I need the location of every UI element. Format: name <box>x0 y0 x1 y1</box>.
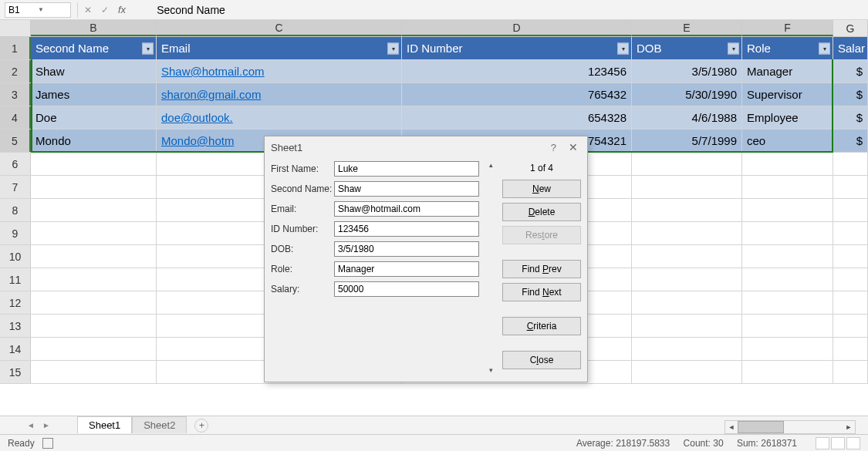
help-icon[interactable]: ? <box>551 142 556 153</box>
cell[interactable]: $ <box>833 130 868 152</box>
header-role[interactable]: Role▾ <box>742 37 833 59</box>
cell[interactable] <box>742 176 833 198</box>
row-header[interactable]: 11 <box>0 268 31 291</box>
close-icon[interactable]: ✕ <box>566 141 581 153</box>
filter-icon[interactable]: ▾ <box>819 42 830 54</box>
header-id-number[interactable]: ID Number▾ <box>402 37 632 59</box>
cell[interactable]: 5/7/1999 <box>632 130 742 152</box>
cell[interactable]: $ <box>833 83 868 106</box>
header-dob[interactable]: DOB▾ <box>632 37 742 59</box>
cell[interactable] <box>31 268 157 291</box>
close-button[interactable]: Close <box>502 351 581 369</box>
scroll-track[interactable] <box>738 421 843 433</box>
select-all-corner[interactable] <box>0 20 31 36</box>
cell[interactable] <box>833 268 868 291</box>
header-second-name[interactable]: Second Name▾ <box>31 37 157 59</box>
cell[interactable]: 4/6/1988 <box>632 106 742 129</box>
cell[interactable]: James <box>31 83 157 106</box>
add-sheet-button[interactable]: + <box>194 419 208 432</box>
header-salary[interactable]: Salar <box>833 37 868 59</box>
row-header[interactable]: 8 <box>0 199 31 221</box>
new-button[interactable]: New <box>502 180 581 198</box>
chevron-down-icon[interactable]: ▼ <box>38 6 67 13</box>
cell-email[interactable]: sharon@gmail.com <box>157 83 402 106</box>
cell[interactable]: Mondo <box>31 130 157 152</box>
cell[interactable]: Employee <box>742 106 833 129</box>
cell[interactable] <box>632 176 742 198</box>
col-header-b[interactable]: B <box>31 20 157 36</box>
cell[interactable]: Manager <box>742 60 833 82</box>
cell[interactable] <box>632 315 742 337</box>
cancel-icon[interactable]: ✕ <box>84 5 92 15</box>
horizontal-scrollbar[interactable]: ◄ ► <box>724 420 856 434</box>
cell[interactable] <box>632 268 742 291</box>
find-prev-button[interactable]: Find Prev <box>502 260 581 278</box>
cell[interactable] <box>742 245 833 268</box>
cell[interactable] <box>632 361 742 383</box>
cell[interactable]: Doe <box>31 106 157 129</box>
cell[interactable] <box>833 361 868 383</box>
cell[interactable] <box>742 199 833 221</box>
scroll-up-icon[interactable]: ▴ <box>489 161 493 169</box>
cell-email[interactable]: doe@outlook. <box>157 106 402 129</box>
find-next-button[interactable]: Find Next <box>502 283 581 301</box>
col-header-d[interactable]: D <box>402 20 632 36</box>
scroll-left-icon[interactable]: ◄ <box>725 423 738 431</box>
cell[interactable] <box>742 361 833 383</box>
cell[interactable] <box>632 291 742 314</box>
cell[interactable] <box>31 245 157 268</box>
dialog-scrollbar[interactable]: ▴ ▾ <box>484 161 498 374</box>
col-header-f[interactable]: F <box>742 20 833 36</box>
dialog-titlebar[interactable]: Sheet1 ? ✕ <box>265 136 587 158</box>
macro-record-icon[interactable] <box>42 438 53 449</box>
cell[interactable] <box>833 176 868 198</box>
fx-icon[interactable]: fx <box>118 4 126 15</box>
delete-button[interactable]: Delete <box>502 203 581 221</box>
cell[interactable] <box>632 153 742 175</box>
row-header[interactable]: 15 <box>0 361 31 383</box>
cell[interactable]: 765432 <box>402 83 632 106</box>
scroll-right-icon[interactable]: ► <box>843 423 855 431</box>
cell[interactable] <box>632 222 742 244</box>
row-header[interactable]: 9 <box>0 222 31 244</box>
email-input[interactable] <box>334 201 479 217</box>
cell[interactable] <box>31 315 157 337</box>
cell[interactable] <box>833 338 868 360</box>
scroll-thumb[interactable] <box>738 421 784 433</box>
filter-icon[interactable]: ▾ <box>142 42 154 54</box>
cell[interactable] <box>632 245 742 268</box>
row-header[interactable]: 13 <box>0 315 31 337</box>
row-header[interactable]: 3 <box>0 83 31 106</box>
cell[interactable] <box>31 291 157 314</box>
col-header-e[interactable]: E <box>632 20 742 36</box>
cell[interactable] <box>833 291 868 314</box>
row-header[interactable]: 10 <box>0 245 31 268</box>
cell[interactable] <box>833 222 868 244</box>
cell[interactable]: Supervisor <box>742 83 833 106</box>
cell[interactable] <box>833 245 868 268</box>
cell[interactable]: 123456 <box>402 60 632 82</box>
tab-sheet2[interactable]: Sheet2 <box>132 416 187 433</box>
cell[interactable]: $ <box>833 106 868 129</box>
row-header-1[interactable]: 1 <box>0 37 31 59</box>
cell[interactable]: 654328 <box>402 106 632 129</box>
name-box[interactable]: B1 ▼ <box>5 2 71 18</box>
page-break-icon[interactable] <box>846 437 860 449</box>
cell[interactable] <box>742 268 833 291</box>
cell[interactable] <box>742 315 833 337</box>
cell[interactable] <box>742 222 833 244</box>
row-header[interactable]: 6 <box>0 153 31 175</box>
cell[interactable] <box>742 153 833 175</box>
cell[interactable]: $ <box>833 60 868 82</box>
cell[interactable] <box>833 199 868 221</box>
cell[interactable] <box>31 222 157 244</box>
cell[interactable]: 3/5/1980 <box>632 60 742 82</box>
cell[interactable] <box>833 153 868 175</box>
row-header[interactable]: 5 <box>0 130 31 152</box>
cell[interactable] <box>31 361 157 383</box>
header-email[interactable]: Email▾ <box>157 37 402 59</box>
row-header[interactable]: 14 <box>0 338 31 360</box>
cell[interactable]: Shaw <box>31 60 157 82</box>
salary-input[interactable] <box>334 281 479 297</box>
cell[interactable] <box>31 176 157 198</box>
